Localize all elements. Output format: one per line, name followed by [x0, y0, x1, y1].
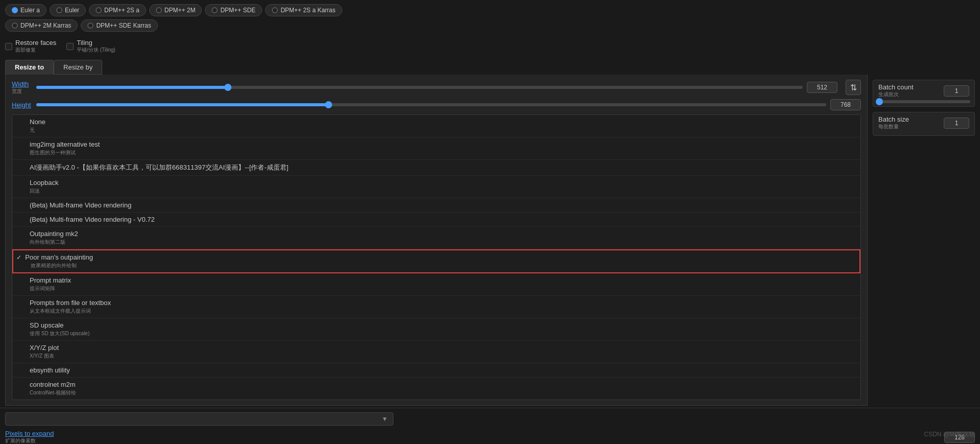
script-select-row: ▼: [5, 412, 975, 426]
restore-faces-option[interactable]: Restore faces 面部修复: [5, 39, 56, 54]
resize-by-tab[interactable]: Resize by: [54, 60, 102, 75]
batch-size-value[interactable]: 1: [944, 118, 969, 129]
dropdown-item-main-9: Prompts from file or textbox: [30, 299, 111, 307]
dropdown-item-main-3: Loopback: [30, 179, 58, 186]
resize-tabs: Resize to Resize by: [0, 57, 980, 75]
tiling-checkbox[interactable]: [66, 43, 74, 50]
dropdown-item-sub-3: 回送: [22, 188, 40, 194]
sampler-btn-dpm-2s-a-karras[interactable]: DPM++ 2S a Karras: [265, 4, 342, 16]
width-slider-container[interactable]: [36, 82, 803, 92]
radio-icon: [12, 7, 18, 13]
dropdown-item-sub-9: 从文本框或文件载入提示词: [22, 308, 91, 314]
radio-icon: [156, 7, 162, 13]
dropdown-item-7[interactable]: ✓ Poor man's outpainting效果稍差的向外绘制: [12, 249, 860, 273]
dropdown-item-main-0: None: [30, 118, 45, 126]
pixels-expand-sublabel: 扩展的像素数: [5, 437, 940, 444]
height-label: Height: [12, 101, 32, 109]
width-slider-track: [36, 86, 803, 89]
batch-size-row: Batch size 每批数量 1: [878, 115, 969, 130]
height-slider-thumb[interactable]: [325, 101, 332, 108]
dropdown-item-main-1: img2img alternative test: [30, 141, 100, 148]
dropdown-item-sub-10: 使用 SD 放大(SD upscale): [22, 331, 89, 336]
dropdown-item-2[interactable]: AI漫画助手v2.0 -【如果你喜欢本工具，可以加群668311397交流AI漫…: [12, 160, 860, 176]
tiling-option[interactable]: Tiling 平铺/分块 (Tiling): [66, 39, 115, 54]
width-sublabel: 宽度: [12, 88, 32, 95]
batch-count-section: Batch count 生成批次 1: [873, 80, 975, 107]
dropdown-item-main-13: controlnet m2m: [30, 381, 76, 388]
width-slider-thumb[interactable]: [224, 84, 231, 91]
batch-count-label: Batch count: [878, 83, 914, 91]
sampler-row-2: DPM++ 2M KarrasDPM++ SDE Karras: [0, 19, 980, 36]
bottom-section: ▼ Pixels to expand 扩展的像素数 128 Mask blur …: [0, 408, 980, 444]
right-panel: Batch count 生成批次 1 Batch size 每批数量 1: [873, 75, 975, 406]
dropdown-item-main-11: X/Y/Z plot: [30, 344, 59, 352]
batch-size-section: Batch size 每批数量 1: [873, 112, 975, 136]
height-value[interactable]: 768: [830, 99, 861, 110]
radio-icon: [212, 7, 218, 13]
tiling-sublabel: 平铺/分块 (Tiling): [77, 46, 115, 54]
checkmark-icon: ✓: [16, 254, 23, 261]
batch-count-sublabel: 生成批次: [878, 91, 914, 98]
pixels-expand-row: Pixels to expand 扩展的像素数 128: [5, 430, 975, 444]
batch-count-value[interactable]: 1: [944, 85, 969, 97]
dropdown-item-11[interactable]: X/Y/Z plotX/Y/Z 图表: [12, 341, 860, 363]
height-slider-track: [36, 103, 826, 106]
sampler-row-1: Euler aEulerDPM++ 2S aDPM++ 2MDPM++ SDED…: [0, 0, 980, 19]
script-dropdown-list: None无img2img alternative test图生图的另一种测试AI…: [12, 114, 861, 400]
sampler-btn-euler[interactable]: Euler: [50, 4, 86, 16]
dropdown-item-sub-7: 效果稍差的向外绘制: [24, 263, 77, 268]
width-value[interactable]: 512: [807, 82, 837, 93]
pixels-expand-label: Pixels to expand: [5, 430, 940, 437]
dropdown-item-4[interactable]: (Beta) Multi-frame Video rendering: [12, 198, 860, 213]
sampler-btn-dpm-sde-karras[interactable]: DPM++ SDE Karras: [81, 19, 157, 32]
restore-faces-checkbox[interactable]: [5, 43, 12, 50]
radio-icon: [87, 22, 94, 29]
sampler-btn-dpm-2m[interactable]: DPM++ 2M: [149, 4, 202, 16]
dropdown-item-main-10: SD upscale: [30, 321, 63, 329]
dropdown-item-sub-6: 向外绘制第二版: [22, 239, 65, 245]
dropdown-item-main-2: AI漫画助手v2.0 -【如果你喜欢本工具，可以加群668311397交流AI漫…: [30, 163, 288, 171]
dropdown-item-main-5: (Beta) Multi-frame Video rendering - V0.…: [30, 216, 155, 223]
dropdown-item-sub-1: 图生图的另一种测试: [22, 150, 76, 155]
script-select-box[interactable]: ▼: [5, 412, 393, 426]
radio-icon: [96, 7, 102, 13]
dropdown-item-sub-0: 无: [22, 127, 35, 133]
batch-count-slider[interactable]: [879, 100, 970, 103]
dropdown-item-9[interactable]: Prompts from file or textbox从文本框或文件载入提示词: [12, 296, 860, 318]
dropdown-item-10[interactable]: SD upscale使用 SD 放大(SD upscale): [12, 318, 860, 341]
batch-size-sublabel: 每批数量: [878, 123, 909, 130]
batch-size-label: Batch size: [878, 115, 909, 123]
sampler-btn-dpm-sde[interactable]: DPM++ SDE: [205, 4, 262, 16]
dropdown-item-6[interactable]: Outpainting mk2向外绘制第二版: [12, 227, 860, 249]
dropdown-item-12[interactable]: ebsynth utility: [12, 363, 860, 378]
dropdown-item-5[interactable]: (Beta) Multi-frame Video rendering - V0.…: [12, 213, 860, 227]
swap-button[interactable]: ⇅: [846, 80, 861, 95]
height-row: Height 768: [12, 99, 861, 110]
resize-to-tab[interactable]: Resize to: [5, 60, 54, 75]
dropdown-item-8[interactable]: Prompt matrix提示词矩阵: [12, 273, 860, 296]
batch-count-row: Batch count 生成批次 1: [878, 83, 969, 98]
dropdown-item-13[interactable]: controlnet m2mControlNet-视频转绘: [12, 378, 860, 400]
dropdown-item-main-4: (Beta) Multi-frame Video rendering: [30, 201, 131, 209]
options-row: Restore faces 面部修复 Tiling 平铺/分块 (Tiling): [0, 36, 980, 57]
dropdown-item-main-6: Outpainting mk2: [30, 230, 78, 238]
width-row: Width 宽度 512 ⇅: [12, 80, 861, 95]
script-dropdown-section: None无img2img alternative test图生图的另一种测试AI…: [12, 114, 861, 400]
height-slider-container[interactable]: [36, 100, 826, 110]
dropdown-item-main-7: Poor man's outpainting: [25, 253, 93, 261]
sampler-btn-euler-a[interactable]: Euler a: [5, 4, 46, 16]
watermark: CSDN @Mr数据杨: [924, 430, 975, 439]
sampler-btn-dpm-2m-karras[interactable]: DPM++ 2M Karras: [5, 19, 78, 32]
dropdown-item-main-8: Prompt matrix: [30, 276, 71, 284]
height-slider-fill: [36, 103, 329, 106]
dropdown-item-sub-13: ControlNet-视频转绘: [22, 390, 76, 395]
radio-icon: [56, 7, 62, 13]
main-area: Width 宽度 512 ⇅ Height: [0, 75, 980, 406]
tiling-label: Tiling: [77, 39, 115, 46]
dropdown-item-3[interactable]: Loopback回送: [12, 176, 860, 198]
restore-faces-sublabel: 面部修复: [15, 46, 56, 54]
dropdown-item-1[interactable]: img2img alternative test图生图的另一种测试: [12, 137, 860, 160]
dropdown-item-0[interactable]: None无: [12, 115, 860, 137]
radio-icon: [272, 7, 278, 13]
sampler-btn-dpm-2s-a[interactable]: DPM++ 2S a: [89, 4, 146, 16]
